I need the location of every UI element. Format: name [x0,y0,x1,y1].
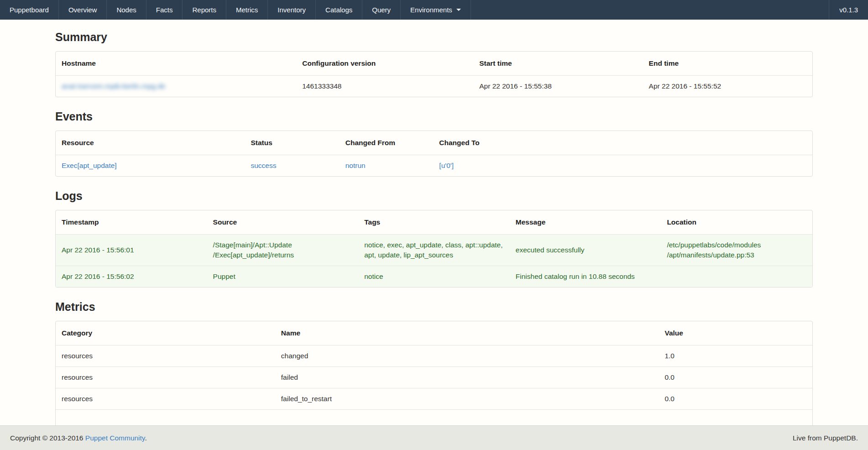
event-row: Exec[apt_update] success notrun [u'0'] [56,155,812,176]
configuration-version-cell: 1461333348 [296,75,473,97]
nav-item-catalogs[interactable]: Catalogs [316,0,362,20]
column-header-message: Message [510,210,661,234]
resource-link[interactable]: Exec[apt_update] [62,162,117,169]
column-header-end-time: End time [643,52,812,75]
metric-row: resources failed_to_restart 0.0 [56,388,812,409]
end-time-cell: Apr 22 2016 - 15:55:52 [643,75,812,97]
puppet-community-link[interactable]: Puppet Community [85,434,145,442]
column-header-configuration-version: Configuration version [296,52,473,75]
copyright-suffix: . [145,434,146,442]
column-header-source: Source [207,210,359,234]
log-row: Apr 22 2016 - 15:56:01 /Stage[main]/Apt:… [56,234,812,266]
column-header-changed-to: Changed To [433,131,812,155]
summary-table: Hostname Configuration version Start tim… [55,51,813,97]
log-source-cell: Puppet [207,266,359,287]
metric-row: resources failed 0.0 [56,366,812,388]
metric-category-cell: resources [56,388,275,409]
start-time-cell: Apr 22 2016 - 15:55:38 [473,75,643,97]
metrics-heading: Metrics [55,301,813,313]
column-header-value: Value [659,321,812,345]
hostname-cell: anat-tservom.mpib-berlin.mpg.de [56,75,296,97]
log-timestamp-cell: Apr 22 2016 - 15:56:02 [56,266,207,287]
column-header-location: Location [661,210,812,234]
logs-header-row: Timestamp Source Tags Message Location [56,210,812,234]
version-badge: v0.1.3 [829,0,868,20]
events-header-row: Resource Status Changed From Changed To [56,131,812,155]
changed-to-cell: [u'0'] [433,155,812,176]
metric-category-cell: resources [56,366,275,388]
metric-name-cell: failed [275,366,659,388]
nav-dropdown-environments[interactable]: Environments [401,0,471,20]
chevron-down-icon [456,9,461,11]
nav-item-nodes[interactable]: Nodes [107,0,146,20]
nav-item-inventory[interactable]: Inventory [268,0,316,20]
column-header-status: Status [245,131,340,155]
log-row: Apr 22 2016 - 15:56:02 Puppet notice Fin… [56,266,812,287]
metric-value-cell: 1.0 [659,345,812,366]
column-header-hostname: Hostname [56,52,296,75]
log-tags-cell: notice [358,266,510,287]
copyright-text: Copyright © 2013-2016 Puppet Community. [10,434,147,442]
column-header-start-time: Start time [473,52,643,75]
navbar-brand[interactable]: Puppetboard [0,0,59,20]
logs-heading: Logs [55,190,813,202]
resource-cell: Exec[apt_update] [56,155,245,176]
events-heading: Events [55,111,813,122]
metric-row: resources changed 1.0 [56,345,812,366]
column-header-tags: Tags [358,210,510,234]
metric-value-cell: 0.0 [659,388,812,409]
puppetdb-status-text: Live from PuppetDB. [793,434,858,442]
changed-to-link[interactable]: [u'0'] [439,162,454,169]
nav-item-overview[interactable]: Overview [59,0,107,20]
nav-item-metrics[interactable]: Metrics [226,0,268,20]
copyright-prefix: Copyright © 2013-2016 [10,434,85,442]
nav-item-facts[interactable]: Facts [146,0,183,20]
logs-table: Timestamp Source Tags Message Location A… [55,210,813,288]
hostname-link[interactable]: anat-tservom.mpib-berlin.mpg.de [62,82,165,90]
changed-from-cell: notrun [340,155,434,176]
column-header-resource: Resource [56,131,245,155]
metrics-table: Category Name Value resources changed 1.… [55,321,813,435]
column-header-timestamp: Timestamp [56,210,207,234]
metric-name-cell: changed [275,345,659,366]
summary-header-row: Hostname Configuration version Start tim… [56,52,812,75]
changed-from-link[interactable]: notrun [345,162,366,169]
summary-row: anat-tservom.mpib-berlin.mpg.de 14613333… [56,75,812,97]
nav-item-reports[interactable]: Reports [183,0,226,20]
column-header-changed-from: Changed From [340,131,434,155]
summary-heading: Summary [55,31,813,43]
log-message-cell: executed successfully [510,234,661,266]
status-link[interactable]: success [251,162,277,169]
events-table: Resource Status Changed From Changed To … [55,131,813,177]
top-navbar: Puppetboard Overview Nodes Facts Reports… [0,0,868,20]
navbar-spacer [471,0,829,20]
environments-label: Environments [410,6,452,14]
log-location-cell: /etc/puppetlabs/code/modules /apt/manife… [661,234,812,266]
log-location-cell [661,266,812,287]
log-timestamp-cell: Apr 22 2016 - 15:56:01 [56,234,207,266]
log-tags-cell: notice, exec, apt_update, class, apt::up… [358,234,510,266]
log-message-cell: Finished catalog run in 10.88 seconds [510,266,661,287]
nav-item-query[interactable]: Query [362,0,401,20]
page-footer: Copyright © 2013-2016 Puppet Community. … [0,425,868,450]
metric-value-cell: 0.0 [659,366,812,388]
column-header-name: Name [275,321,659,345]
metrics-header-row: Category Name Value [56,321,812,345]
metric-name-cell: failed_to_restart [275,388,659,409]
metric-category-cell: resources [56,345,275,366]
column-header-category: Category [56,321,275,345]
status-cell: success [245,155,340,176]
log-source-cell: /Stage[main]/Apt::Update /Exec[apt_updat… [207,234,359,266]
main-content: Summary Hostname Configuration version S… [55,31,813,435]
